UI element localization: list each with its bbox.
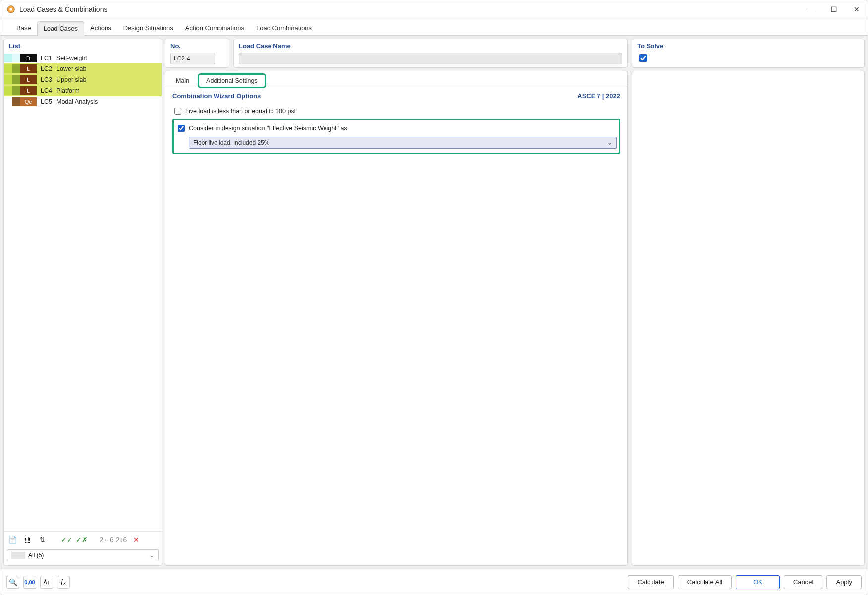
list-item[interactable]: QeLC5Modal Analysis: [4, 96, 162, 107]
list-item[interactable]: DLC1Self-weight: [4, 53, 162, 63]
option-live-load-100psf[interactable]: Live load is less than or equal to 100 p…: [172, 105, 620, 118]
name-label: Load Case Name: [239, 42, 622, 50]
new-icon[interactable]: 📄: [7, 535, 18, 545]
svg-point-1: [9, 8, 12, 10]
ok-button[interactable]: OK: [736, 575, 780, 589]
list-toolbar: 📄 ⿻ ⇅ ✓✓ ✓✗ 2↔6 2↕6 ✕: [4, 531, 162, 547]
no-label: No.: [170, 42, 224, 50]
solve-card: To Solve: [632, 39, 865, 68]
minimize-button[interactable]: ―: [806, 4, 816, 14]
seismic-weight-dropdown[interactable]: Floor live load, included 25%: [189, 137, 617, 149]
footer: 🔍 0,00 Å↕ fₓ Calculate Calculate All OK …: [0, 569, 868, 595]
list-item[interactable]: LLC4Platform: [4, 85, 162, 96]
no-input[interactable]: [170, 53, 215, 64]
wizard-standard: ASCE 7 | 2022: [577, 92, 620, 100]
chk-seismic[interactable]: [178, 125, 185, 132]
copy-icon[interactable]: ⿻: [22, 535, 33, 545]
uncheck-all-icon[interactable]: ✓✗: [76, 535, 87, 545]
opt2-label: Consider in design situation "Effective …: [189, 125, 349, 132]
app-icon: [6, 5, 15, 14]
tab-actions[interactable]: Actions: [84, 21, 117, 35]
tab-load-cases[interactable]: Load Cases: [37, 21, 84, 36]
tab-base[interactable]: Base: [10, 21, 37, 35]
main-tabrow: Base Load Cases Actions Design Situation…: [0, 18, 868, 36]
subtab-additional-settings[interactable]: Additional Settings: [199, 74, 265, 87]
search-icon[interactable]: 🔍: [6, 576, 19, 589]
window-title: Load Cases & Combinations: [19, 5, 806, 13]
tab-action-combinations[interactable]: Action Combinations: [179, 21, 250, 35]
load-case-list: DLC1Self-weight LLC2Lower slab LLC3Upper…: [4, 53, 162, 531]
check-all-icon[interactable]: ✓✓: [61, 535, 72, 545]
dialog-window: Load Cases & Combinations ― ☐ ✕ Base Loa…: [0, 0, 868, 595]
tab-design-situations[interactable]: Design Situations: [117, 21, 179, 35]
opt1-label: Live load is less than or equal to 100 p…: [185, 108, 296, 115]
calculate-all-button[interactable]: Calculate All: [678, 575, 732, 589]
sort-icon[interactable]: ⇅: [37, 535, 48, 545]
list-filter-dropdown[interactable]: All (5): [7, 549, 159, 561]
titlebar: Load Cases & Combinations ― ☐ ✕: [0, 0, 868, 18]
solve-label: To Solve: [637, 42, 859, 50]
option-seismic-weight[interactable]: Consider in design situation "Effective …: [176, 122, 617, 135]
subtab-main[interactable]: Main: [168, 74, 197, 87]
units-icon[interactable]: Å↕: [40, 576, 53, 589]
calculate-button[interactable]: Calculate: [628, 575, 673, 589]
dropdown-value: Floor live load, included 25%: [193, 139, 269, 146]
name-input[interactable]: [239, 53, 622, 64]
side-panel: [632, 71, 865, 566]
list-item[interactable]: LLC3Upper slab: [4, 74, 162, 85]
close-button[interactable]: ✕: [852, 4, 862, 14]
list-panel: List DLC1Self-weight LLC2Lower slab LLC3…: [3, 39, 162, 566]
delete-icon[interactable]: ✕: [131, 535, 142, 545]
renumber-icon[interactable]: 2↔6: [101, 535, 112, 545]
settings-card: Main Additional Settings Combination Wiz…: [165, 71, 628, 566]
solve-checkbox[interactable]: [639, 54, 647, 62]
maximize-button[interactable]: ☐: [829, 4, 839, 14]
name-card: Load Case Name: [233, 39, 628, 68]
wizard-header: Combination Wizard Options: [172, 92, 577, 100]
no-card: No.: [165, 39, 229, 68]
chk-live-load[interactable]: [174, 108, 181, 115]
list-item[interactable]: LLC2Lower slab: [4, 63, 162, 74]
cancel-button[interactable]: Cancel: [784, 575, 822, 589]
decimals-icon[interactable]: 0,00: [23, 576, 36, 589]
apply-button[interactable]: Apply: [826, 575, 862, 589]
function-icon[interactable]: fₓ: [57, 576, 70, 589]
highlighted-seismic-option: Consider in design situation "Effective …: [172, 119, 620, 154]
tab-load-combinations[interactable]: Load Combinations: [250, 21, 318, 35]
list-header: List: [4, 39, 162, 53]
details-panel: No. Load Case Name To Solve Main Additio…: [165, 39, 865, 566]
renumber2-icon[interactable]: 2↕6: [116, 535, 127, 545]
